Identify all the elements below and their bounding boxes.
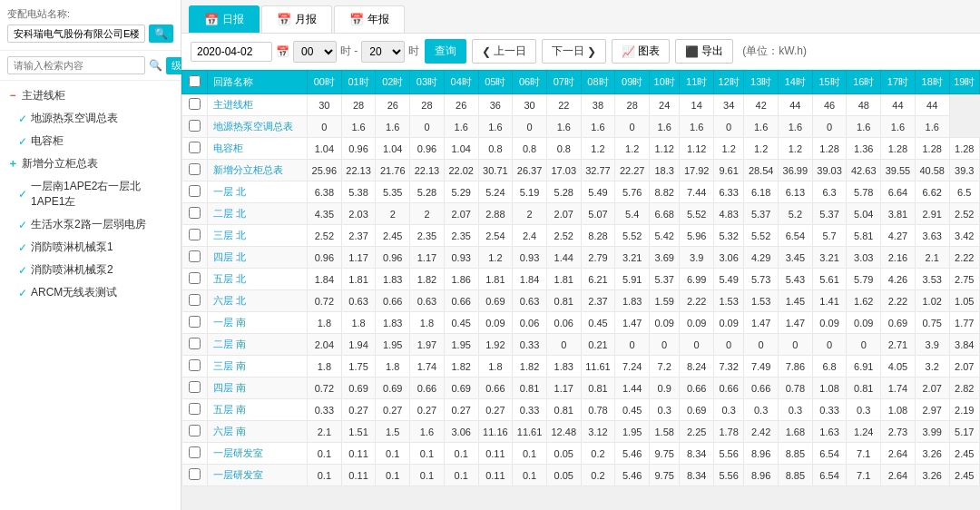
sidebar-item-arcm[interactable]: ✓ ARCM无线表测试 xyxy=(0,281,181,304)
row-name[interactable]: 主进线柜 xyxy=(208,94,308,116)
row-checkbox-cell[interactable] xyxy=(182,116,208,138)
row-value: 14 xyxy=(680,94,714,116)
row-name[interactable]: 地源热泵空调总表 xyxy=(208,116,308,138)
row-checkbox-cell[interactable] xyxy=(182,356,208,378)
row-name[interactable]: 一层 北 xyxy=(208,181,308,203)
row-value: 1.6 xyxy=(779,116,813,138)
prev-icon: ❮ xyxy=(482,45,491,58)
tab-monthly[interactable]: 📅月报 xyxy=(261,5,332,33)
row-checkbox[interactable] xyxy=(189,425,201,436)
tab-daily[interactable]: 📅日报 xyxy=(189,5,260,33)
tab-label-daily: 日报 xyxy=(222,12,244,27)
search-input[interactable] xyxy=(7,56,145,74)
sidebar-item-1f-1ape2[interactable]: ✓ 一层南1APE2右一层北1APE1左 xyxy=(0,175,181,213)
table-row: 一层研发室0.10.110.10.10.10.110.10.050.25.469… xyxy=(182,465,980,486)
row-checkbox-cell[interactable] xyxy=(182,94,208,116)
row-name[interactable]: 二层 北 xyxy=(208,203,308,225)
row-checkbox[interactable] xyxy=(189,468,201,480)
row-value: 1.92 xyxy=(478,334,513,356)
row-checkbox-cell[interactable] xyxy=(182,160,208,181)
select-all-checkbox[interactable] xyxy=(189,75,201,87)
row-value: 5.37 xyxy=(744,203,779,225)
row-value: 2.04 xyxy=(308,334,342,356)
row-checkbox-cell[interactable] xyxy=(182,290,208,312)
sidebar-item-new-sub-total[interactable]: ＋ 新增分立柜总表 xyxy=(0,152,181,175)
sidebar-item-elec-cabinet[interactable]: ✓ 电容柜 xyxy=(0,130,181,152)
row-checkbox-cell[interactable] xyxy=(182,399,208,421)
sidebar-item-water-pump-2f[interactable]: ✓ 生活水泵2路一层弱电房 xyxy=(0,213,181,236)
row-checkbox-cell[interactable] xyxy=(182,421,208,443)
sidebar-item-fire-machine2[interactable]: ✓ 消防喷淋机械泵2 xyxy=(0,259,181,281)
row-checkbox-cell[interactable] xyxy=(182,203,208,225)
station-input[interactable] xyxy=(7,25,145,43)
row-checkbox[interactable] xyxy=(189,381,201,393)
row-value: 1.05 xyxy=(949,290,979,312)
row-name[interactable]: 一层 南 xyxy=(208,312,308,334)
export-button[interactable]: ⬛ 导出 xyxy=(675,39,733,64)
row-checkbox[interactable] xyxy=(189,446,201,458)
row-name[interactable]: 一层研发室 xyxy=(208,465,308,486)
row-value: 1.6 xyxy=(376,116,410,138)
row-checkbox-cell[interactable] xyxy=(182,225,208,247)
query-button[interactable]: 查询 xyxy=(425,39,466,64)
date-input[interactable] xyxy=(191,42,272,62)
row-name[interactable]: 四层 南 xyxy=(208,378,308,399)
row-checkbox[interactable] xyxy=(189,294,201,306)
row-value: 3.06 xyxy=(444,421,478,443)
row-checkbox[interactable] xyxy=(189,359,201,371)
row-value: 5.07 xyxy=(581,203,615,225)
collapse-icon: － xyxy=(7,88,18,103)
row-name[interactable]: 五层 北 xyxy=(208,269,308,290)
next-day-button[interactable]: 下一日 ❯ xyxy=(542,39,606,64)
row-checkbox[interactable] xyxy=(189,229,201,240)
row-checkbox-cell[interactable] xyxy=(182,465,208,486)
station-search-button[interactable]: 🔍 xyxy=(149,25,173,43)
row-name[interactable]: 二层 南 xyxy=(208,334,308,356)
row-name[interactable]: 六层 北 xyxy=(208,290,308,312)
row-value: 0.1 xyxy=(410,443,445,465)
calendar-icon[interactable]: 📅 xyxy=(276,45,289,58)
row-checkbox-cell[interactable] xyxy=(182,138,208,160)
row-checkbox[interactable] xyxy=(189,207,201,219)
hour-start-select[interactable]: 00010203 04050607 08091011 12 xyxy=(293,41,337,63)
row-checkbox[interactable] xyxy=(189,120,201,132)
row-name[interactable]: 三层 南 xyxy=(208,356,308,378)
sidebar-item-geo-ac-total[interactable]: ✓ 地源热泵空调总表 xyxy=(0,107,181,130)
prev-day-button[interactable]: ❮ 上一日 xyxy=(472,39,536,64)
row-name[interactable]: 四层 北 xyxy=(208,247,308,269)
row-checkbox-cell[interactable] xyxy=(182,443,208,465)
row-checkbox[interactable] xyxy=(189,250,201,262)
row-value: 5.35 xyxy=(376,181,410,203)
sidebar-item-main-bus[interactable]: － 主进线柜 xyxy=(0,84,181,107)
row-value: 1.28 xyxy=(949,138,979,160)
hour-end-select[interactable]: 0001020304050607080910111213141516171819… xyxy=(361,41,405,63)
row-checkbox-cell[interactable] xyxy=(182,312,208,334)
tab-yearly[interactable]: 📅年报 xyxy=(334,5,405,33)
chart-button[interactable]: 📈 图表 xyxy=(612,39,670,64)
row-checkbox[interactable] xyxy=(189,163,201,175)
row-checkbox[interactable] xyxy=(189,142,201,153)
row-checkbox[interactable] xyxy=(189,316,201,328)
row-checkbox-cell[interactable] xyxy=(182,269,208,290)
row-name[interactable]: 三层 北 xyxy=(208,225,308,247)
row-name[interactable]: 六层 南 xyxy=(208,421,308,443)
row-name[interactable]: 五层 南 xyxy=(208,399,308,421)
row-name[interactable]: 新增分立柜总表 xyxy=(208,160,308,181)
row-checkbox[interactable] xyxy=(189,338,201,349)
row-checkbox[interactable] xyxy=(189,403,201,415)
col-checkbox[interactable] xyxy=(182,71,208,94)
row-checkbox-cell[interactable] xyxy=(182,334,208,356)
row-checkbox[interactable] xyxy=(189,272,201,284)
row-value: 2.22 xyxy=(881,290,916,312)
sidebar-item-fire-machine1[interactable]: ✓ 消防喷淋机械泵1 xyxy=(0,236,181,259)
row-checkbox-cell[interactable] xyxy=(182,181,208,203)
row-value: 1.6 xyxy=(444,116,478,138)
row-value: 0.05 xyxy=(546,443,581,465)
row-value: 0.09 xyxy=(847,312,881,334)
row-checkbox[interactable] xyxy=(189,185,201,197)
row-checkbox-cell[interactable] xyxy=(182,247,208,269)
row-name[interactable]: 一层研发室 xyxy=(208,443,308,465)
row-checkbox[interactable] xyxy=(189,98,201,110)
row-checkbox-cell[interactable] xyxy=(182,378,208,399)
row-name[interactable]: 电容柜 xyxy=(208,138,308,160)
